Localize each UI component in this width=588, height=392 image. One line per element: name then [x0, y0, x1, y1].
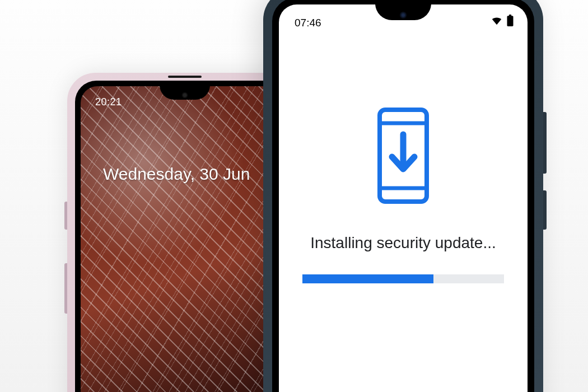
- update-status-text: Installing security update...: [310, 234, 496, 252]
- power-button: [543, 190, 547, 230]
- progress-fill: [302, 274, 433, 283]
- screen-bezel: 07:46 I: [272, 0, 534, 392]
- wifi-icon: [491, 15, 503, 29]
- lock-screen-date: Wednesday, 30 Jun: [103, 165, 289, 184]
- battery-icon: [506, 15, 514, 29]
- status-bar-time: 07:46: [295, 17, 321, 29]
- update-screen: 07:46 I: [279, 4, 528, 392]
- lock-screen: 20:21 Wednesday, 30 Jun: [81, 86, 289, 392]
- volume-button: [64, 202, 67, 230]
- svg-rect-0: [507, 16, 514, 26]
- download-phone-icon: [370, 105, 437, 206]
- status-bar-icons: [491, 15, 514, 29]
- display-notch: [160, 86, 210, 100]
- display-notch: [375, 4, 431, 20]
- volume-button: [543, 112, 547, 174]
- svg-rect-1: [509, 15, 511, 16]
- phone-device-right: 07:46 I: [263, 0, 543, 392]
- progress-bar: [302, 274, 504, 283]
- screen-bezel: 20:21 Wednesday, 30 Jun: [75, 81, 295, 392]
- status-bar-time: 20:21: [95, 96, 122, 108]
- update-panel: Installing security update...: [279, 105, 528, 283]
- earpiece-speaker: [168, 76, 202, 78]
- side-button: [64, 263, 67, 314]
